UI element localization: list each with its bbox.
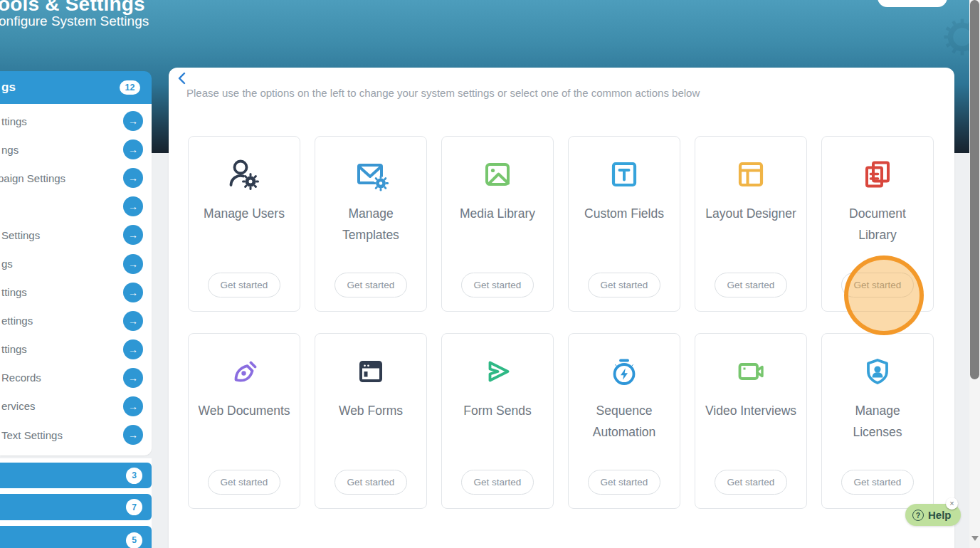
header-action-button-partial[interactable] <box>878 0 947 7</box>
get-started-button[interactable]: Get started <box>461 470 534 495</box>
arrow-right-icon[interactable]: → <box>123 196 143 216</box>
arrow-right-icon[interactable]: → <box>123 339 143 359</box>
intro-text: Please use the options on the left to ch… <box>186 87 700 99</box>
stopwatch-bolt-icon <box>606 353 643 390</box>
arrow-right-icon[interactable]: → <box>123 139 143 159</box>
sidebar-item[interactable]: ttings → <box>0 278 152 307</box>
arrow-right-icon[interactable]: → <box>123 225 143 245</box>
sidebar-section-header[interactable]: gs 12 <box>0 71 152 104</box>
scrollbar-down-arrow-icon[interactable] <box>971 536 979 541</box>
card-title: Media Library <box>453 203 542 224</box>
arrow-right-icon[interactable]: → <box>123 311 143 331</box>
sidebar-item-label: Text Settings <box>1 429 63 441</box>
help-label: Help <box>928 509 952 521</box>
close-icon[interactable]: × <box>946 497 958 510</box>
action-card-manage-licenses: Manage Licenses Get started <box>821 333 934 509</box>
card-title: Custom Fields <box>577 203 671 224</box>
image-icon <box>479 156 516 193</box>
action-card-document-library: Document Library Get started <box>821 136 934 312</box>
sidebar-section-badge: 5 <box>126 532 142 548</box>
text-box-icon <box>606 156 643 193</box>
get-started-button[interactable]: Get started <box>334 470 408 495</box>
layout-icon <box>732 156 769 193</box>
scrollbar-thumb[interactable] <box>970 0 979 379</box>
action-card-web-documents: Web Documents Get started <box>188 333 300 509</box>
arrow-right-icon[interactable]: → <box>123 111 143 131</box>
sidebar-item-label: ttings <box>1 343 27 355</box>
sidebar-section-badge: 7 <box>126 499 142 515</box>
get-started-button[interactable]: Get started <box>588 273 661 297</box>
arrow-right-icon[interactable]: → <box>123 168 143 188</box>
arrow-right-icon[interactable]: → <box>123 254 143 274</box>
get-started-button[interactable]: Get started <box>715 470 788 495</box>
arrow-right-icon[interactable]: → <box>123 396 143 416</box>
documents-icon <box>859 156 896 193</box>
mail-gear-icon <box>352 156 389 193</box>
sidebar-item[interactable]: ngs → <box>0 135 152 164</box>
action-card-sequence-automation: Sequence Automation Get started <box>568 333 680 509</box>
get-started-button[interactable]: Get started <box>208 273 281 297</box>
action-card-video-interviews: Video Interviews Get started <box>695 333 807 509</box>
user-gear-icon <box>226 156 263 193</box>
common-actions-grid: Manage Users Get started Ma <box>188 136 934 509</box>
card-title: Manage Templates <box>315 203 426 246</box>
main-panel: Please use the options on the left to ch… <box>169 68 954 548</box>
page-subtitle: onfigure System Settings <box>0 14 149 29</box>
action-card-custom-fields: Custom Fields Get started <box>568 136 680 312</box>
sidebar-item-label: ttings <box>1 115 27 127</box>
card-title: Manage Licenses <box>822 400 933 443</box>
get-started-button[interactable]: Get started <box>208 470 281 495</box>
sidebar-item[interactable]: ttings → <box>0 335 152 364</box>
question-mark-icon: ? <box>912 510 924 521</box>
arrow-right-icon[interactable]: → <box>123 425 143 445</box>
get-started-button[interactable]: Get started <box>334 273 408 297</box>
sidebar-item-label: Records <box>1 372 41 384</box>
sidebar-section-label: gs <box>1 80 16 95</box>
sidebar-item[interactable]: paign Settings → <box>0 164 152 192</box>
get-started-button[interactable]: Get started <box>841 273 915 297</box>
action-card-media-library: Media Library Get started <box>441 136 554 312</box>
sidebar-item-label: ervices <box>1 400 36 412</box>
sidebar-item-label: ttings <box>1 286 27 298</box>
sidebar-settings-list: ttings → ngs → paign Settings → → Settin… <box>0 104 152 455</box>
sidebar-item[interactable]: ervices → <box>0 392 152 421</box>
card-title: Layout Designer <box>698 203 803 224</box>
card-title: Manage Users <box>196 203 292 224</box>
card-title: Video Interviews <box>698 400 804 421</box>
browser-icon <box>352 353 389 390</box>
sidebar-item-label: gs <box>1 258 13 270</box>
arrow-right-icon[interactable]: → <box>123 283 143 302</box>
sidebar-item-label: paign Settings <box>0 172 65 184</box>
action-card-layout-designer: Layout Designer Get started <box>695 136 807 312</box>
sidebar-section-badge: 3 <box>126 468 142 484</box>
sidebar-item-label: ngs <box>1 144 19 156</box>
get-started-button[interactable]: Get started <box>841 470 915 495</box>
sidebar-section-collapsed[interactable]: 7 <box>0 494 152 520</box>
sidebar-item[interactable]: → <box>0 192 152 221</box>
get-started-button[interactable]: Get started <box>715 273 788 297</box>
action-card-manage-templates: Manage Templates Get started <box>315 136 427 312</box>
card-title: Web Forms <box>332 400 410 421</box>
sidebar-item[interactable]: Records → <box>0 364 152 392</box>
get-started-button[interactable]: Get started <box>588 470 661 495</box>
video-camera-icon <box>732 353 769 390</box>
sidebar-item-label: Settings <box>1 229 40 241</box>
get-started-button[interactable]: Get started <box>461 273 534 297</box>
arrow-right-icon[interactable]: → <box>123 368 143 388</box>
sidebar-item[interactable]: gs → <box>0 249 152 278</box>
sidebar-item-label: ettings <box>1 315 33 327</box>
card-title: Document Library <box>822 203 933 246</box>
sidebar-item[interactable]: ettings → <box>0 307 152 335</box>
chevron-left-icon[interactable] <box>175 72 189 86</box>
action-card-web-forms: Web Forms Get started <box>315 333 427 509</box>
sidebar-section-collapsed[interactable]: 5 <box>0 526 152 548</box>
sidebar-item[interactable]: Text Settings → <box>0 421 152 449</box>
sidebar-section-collapsed[interactable]: 3 <box>0 463 152 488</box>
sidebar-item[interactable]: ttings → <box>0 107 152 135</box>
card-title: Web Documents <box>191 400 297 421</box>
action-card-manage-users: Manage Users Get started <box>188 136 300 312</box>
shield-user-icon <box>859 353 896 390</box>
sidebar-item[interactable]: Settings → <box>0 221 152 249</box>
action-card-form-sends: Form Sends Get started <box>441 333 554 509</box>
pen-nib-icon <box>226 353 263 390</box>
